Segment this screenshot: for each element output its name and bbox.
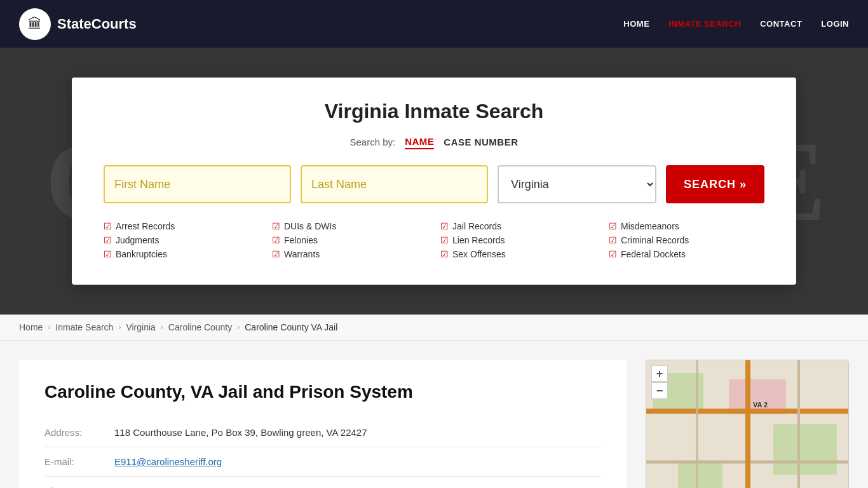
last-name-input[interactable]	[301, 165, 488, 203]
tab-name[interactable]: NAME	[405, 135, 434, 149]
logo-icon: 🏛	[19, 8, 51, 40]
tab-case-number[interactable]: CASE NUMBER	[444, 135, 518, 149]
checkbox-icon-warrants: ☑	[272, 249, 280, 259]
checkbox-icon-federal: ☑	[609, 249, 617, 259]
facility-info-panel: Caroline County, VA Jail and Prison Syst…	[19, 360, 627, 488]
content-section: Caroline County, VA Jail and Prison Syst…	[0, 341, 868, 488]
email-value: E911@carolinesheriff.org	[114, 447, 601, 477]
breadcrumb-sep-4: ›	[237, 323, 240, 332]
check-label-federal: Federal Dockets	[621, 249, 686, 259]
check-label-jail: Jail Records	[452, 221, 501, 231]
map-svg: VA 2	[646, 360, 848, 488]
search-button[interactable]: SEARCH »	[666, 165, 764, 203]
address-row: Address: 118 Courthouse Lane, Po Box 39,…	[44, 418, 601, 447]
check-duis: ☑ DUIs & DWIs	[272, 221, 428, 231]
check-federal-dockets: ☑ Federal Dockets	[609, 249, 764, 259]
check-arrest-records: ☑ Arrest Records	[104, 221, 259, 231]
checkboxes-grid: ☑ Arrest Records ☑ DUIs & DWIs ☑ Jail Re…	[104, 221, 764, 259]
search-modal: Virginia Inmate Search Search by: NAME C…	[72, 78, 796, 285]
modal-title: Virginia Inmate Search	[104, 100, 764, 123]
check-label-duis: DUIs & DWIs	[284, 221, 336, 231]
map-container: VA 2 + −	[646, 360, 849, 488]
check-sex-offenses: ☑ Sex Offenses	[440, 249, 596, 259]
phone-value: 804-633-1120	[114, 477, 601, 489]
first-name-input[interactable]	[104, 165, 291, 203]
nav-login[interactable]: LOGIN	[821, 19, 849, 29]
site-header: 🏛 StateCourts HOME INMATE SEARCH CONTACT…	[0, 0, 868, 48]
email-link[interactable]: E911@carolinesheriff.org	[114, 456, 222, 467]
check-label-judgments: Judgments	[116, 235, 159, 245]
map-controls: + −	[651, 365, 668, 399]
checkbox-icon-judgments: ☑	[104, 235, 112, 245]
check-label-criminal: Criminal Records	[621, 235, 689, 245]
phone-row: Phone: 804-633-1120	[44, 477, 601, 489]
phone-label: Phone:	[44, 477, 114, 489]
check-misdemeanors: ☑ Misdemeanors	[609, 221, 764, 231]
check-label-felonies: Felonies	[284, 235, 318, 245]
check-label-arrest: Arrest Records	[116, 221, 175, 231]
facility-title: Caroline County, VA Jail and Prison Syst…	[44, 382, 601, 402]
hero-section: COURTHOUSE Virginia Inmate Search Search…	[0, 48, 868, 315]
checkbox-icon-jail: ☑	[440, 221, 449, 231]
check-bankruptcies: ☑ Bankruptcies	[104, 249, 259, 259]
breadcrumb-caroline-county[interactable]: Caroline County	[168, 322, 232, 332]
check-lien-records: ☑ Lien Records	[440, 235, 596, 245]
map-zoom-in-button[interactable]: +	[651, 365, 668, 382]
facility-info-table: Address: 118 Courthouse Lane, Po Box 39,…	[44, 418, 601, 488]
breadcrumb-inmate-search[interactable]: Inmate Search	[55, 322, 113, 332]
map-placeholder: VA 2 + −	[646, 360, 848, 488]
check-warrants: ☑ Warrants	[272, 249, 428, 259]
checkbox-icon-criminal: ☑	[609, 235, 617, 245]
map-zoom-out-button[interactable]: −	[651, 383, 668, 399]
checkbox-icon-sex: ☑	[440, 249, 449, 259]
breadcrumb-sep-3: ›	[161, 323, 163, 332]
svg-rect-2	[773, 424, 837, 475]
nav-home[interactable]: HOME	[623, 19, 649, 29]
check-label-sex: Sex Offenses	[452, 249, 506, 259]
address-value: 118 Courthouse Lane, Po Box 39, Bowling …	[114, 418, 601, 447]
email-row: E-mail: E911@carolinesheriff.org	[44, 447, 601, 477]
checkbox-icon-misd: ☑	[609, 221, 617, 231]
check-jail-records: ☑ Jail Records	[440, 221, 596, 231]
breadcrumb: Home › Inmate Search › Virginia › Caroli…	[0, 315, 868, 341]
svg-rect-3	[678, 462, 722, 488]
breadcrumb-current: Caroline County VA Jail	[245, 322, 337, 332]
checkbox-icon-bankr: ☑	[104, 249, 112, 259]
breadcrumb-home[interactable]: Home	[19, 322, 43, 332]
logo[interactable]: 🏛 StateCourts	[19, 8, 137, 40]
logo-text: StateCourts	[57, 16, 137, 32]
check-felonies: ☑ Felonies	[272, 235, 428, 245]
search-by-row: Search by: NAME CASE NUMBER	[104, 135, 764, 149]
check-criminal-records: ☑ Criminal Records	[609, 235, 764, 245]
checkbox-icon-arrest: ☑	[104, 221, 112, 231]
search-form: Virginia Alabama Alaska Arizona Arkansas…	[104, 165, 764, 203]
check-label-bankr: Bankruptcies	[116, 249, 167, 259]
address-label: Address:	[44, 418, 114, 447]
check-label-lien: Lien Records	[452, 235, 505, 245]
map-road-label: VA 2	[753, 401, 768, 409]
nav-contact[interactable]: CONTACT	[760, 19, 802, 29]
email-label: E-mail:	[44, 447, 114, 477]
main-nav: HOME INMATE SEARCH CONTACT LOGIN	[623, 19, 849, 29]
search-by-label: Search by:	[349, 137, 395, 147]
breadcrumb-virginia[interactable]: Virginia	[126, 322, 155, 332]
checkbox-icon-duis: ☑	[272, 221, 280, 231]
checkbox-icon-felonies: ☑	[272, 235, 280, 245]
breadcrumb-sep-1: ›	[48, 323, 50, 332]
check-label-misd: Misdemeanors	[621, 221, 679, 231]
checkbox-icon-lien: ☑	[440, 235, 449, 245]
map-sidebar: VA 2 + −	[646, 360, 849, 488]
breadcrumb-sep-2: ›	[118, 323, 121, 332]
nav-inmate-search[interactable]: INMATE SEARCH	[668, 19, 741, 29]
check-label-warrants: Warrants	[284, 249, 320, 259]
check-judgments: ☑ Judgments	[104, 235, 259, 245]
state-select[interactable]: Virginia Alabama Alaska Arizona Arkansas…	[498, 165, 656, 203]
